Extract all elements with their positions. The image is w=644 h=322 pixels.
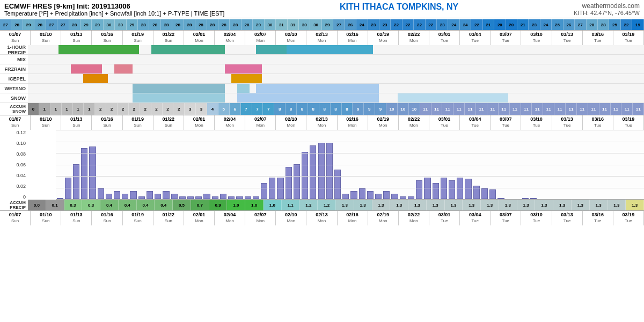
snow-label: SNOW xyxy=(0,96,28,101)
temp-cell: 29 xyxy=(92,19,103,30)
precip-bar xyxy=(367,191,374,199)
temp-cell: 27 xyxy=(46,19,57,30)
accum-snow-cell: 11 xyxy=(611,103,622,115)
precip-bar xyxy=(65,178,71,199)
date-cell: 01/13Sun xyxy=(61,115,92,130)
precip-bar xyxy=(522,198,529,199)
date-cell: 02/10Mon xyxy=(276,211,306,225)
date-cell: 03/19Tue xyxy=(613,211,644,225)
precip-bar xyxy=(416,180,422,199)
accum-snow-cell: 11 xyxy=(521,103,532,115)
date-cell: 01/19Sun xyxy=(123,115,153,130)
date-cell: 03/04Tue xyxy=(460,211,491,225)
accum-snow-cell: 11 xyxy=(577,103,588,115)
precip-bar xyxy=(433,183,439,199)
accum-snow-cell: 9 xyxy=(353,103,364,115)
precip-bar xyxy=(130,191,136,199)
accum-snow-cell: 2 xyxy=(106,103,118,115)
precip-bar xyxy=(342,194,349,199)
temp-cell: 27 xyxy=(57,19,69,30)
accum-snow-cell: 10 xyxy=(398,103,409,115)
header: ECMWF HRES [9-km] Init: 2019113006 Tempe… xyxy=(0,0,644,18)
header-right-block: weathermodels.com KITH: 42.47°N, -76.45°… xyxy=(574,2,640,16)
accum-precip-cell: 1.3 xyxy=(336,200,354,210)
date-cell: 03/16Tue xyxy=(583,211,613,225)
accum-precip-row: ACCUMPRECIP 0.00.10.30.30.40.40.40.40.50… xyxy=(0,200,644,210)
precip-bar xyxy=(114,191,120,199)
date-cell: 03/16Tue xyxy=(583,31,613,45)
accum-snow-cell: 8 xyxy=(331,103,342,115)
accum-precip-cell: 0.4 xyxy=(100,200,119,210)
accum-snow-label: ACCUMSNOW xyxy=(0,104,28,114)
temp-cell: 23 xyxy=(437,19,448,30)
temp-cell: 23 xyxy=(368,19,379,30)
temp-cell: 19 xyxy=(632,19,643,30)
date-cell: 03/04Tue xyxy=(460,31,491,45)
date-cell: 02/16Mon xyxy=(338,115,368,130)
temp-cell: 28 xyxy=(598,19,609,30)
precip-bar xyxy=(497,198,504,199)
precip-bar xyxy=(155,194,161,199)
precip-bar xyxy=(391,194,398,199)
accum-precip-cell: 0.5 xyxy=(173,200,191,210)
temp-cell: 27 xyxy=(0,19,11,30)
snow-bar xyxy=(28,93,644,103)
y-axis-label: 0.12 xyxy=(16,130,26,135)
precip-bar xyxy=(212,196,218,199)
precip-bar xyxy=(318,143,325,199)
accum-precip-cell: 0.4 xyxy=(155,200,173,210)
grid-line xyxy=(56,188,644,188)
accum-snow-cell: 2 xyxy=(151,103,163,115)
precip-bar xyxy=(236,196,243,199)
temp-cell: 22 xyxy=(621,19,632,30)
temp-cell: 25 xyxy=(609,19,620,30)
date-cell: 02/01Mon xyxy=(184,31,215,45)
date-cell: 02/10Mon xyxy=(276,115,306,130)
date-cell: 03/07Tue xyxy=(491,211,521,225)
accum-snow-cell: 11 xyxy=(453,103,465,115)
accum-precip-cell: 1.2 xyxy=(318,200,336,210)
date-cell: 03/10Tue xyxy=(521,115,552,130)
accum-snow-cell: 2 xyxy=(173,103,185,115)
precip-bar xyxy=(89,147,96,199)
precip-bar-chart: 1-HR PRECIP xyxy=(56,130,644,200)
precip-bar xyxy=(261,183,267,199)
accum-precip-cell: 0.3 xyxy=(64,200,83,210)
precip-bar xyxy=(187,196,194,199)
temp-cell: 21 xyxy=(483,19,494,30)
precip-bar xyxy=(228,196,235,199)
accum-snow-cell: 11 xyxy=(566,103,577,115)
accum-precip-cell: 1.0 xyxy=(227,200,245,210)
date-cell: 02/22Mon xyxy=(399,115,429,130)
accum-precip-cell: 1.3 xyxy=(408,200,427,210)
temp-cell: 28 xyxy=(195,19,207,30)
accum-precip-cell: 1.3 xyxy=(608,200,626,210)
precip-bar xyxy=(179,196,186,199)
accum-snow-cell: 10 xyxy=(409,103,420,115)
accum-snow-cell: 3 xyxy=(196,103,207,115)
temp-cell: 21 xyxy=(517,19,529,30)
accum-snow-cell: 1 xyxy=(39,103,50,115)
precip-bar xyxy=(57,198,63,199)
accum-precip-cell: 0.3 xyxy=(82,200,100,210)
wetsno-row: WETSNO xyxy=(0,84,644,93)
date-cell: 03/07Tue xyxy=(491,115,521,130)
frzrain-bar xyxy=(28,64,644,74)
temp-cell: 25 xyxy=(552,19,563,30)
wetsno-bar xyxy=(28,84,644,93)
date-cell: 02/07Mon xyxy=(245,211,276,225)
precip-bar xyxy=(359,188,365,199)
mid-date-axis: 01/07Sun01/10Sun01/13Sun01/16Sun01/19Sun… xyxy=(0,115,644,130)
accum-snow-cell: 8 xyxy=(286,103,297,115)
date-cell: 02/07Mon xyxy=(245,115,276,130)
date-cell: 03/04Tue xyxy=(460,115,491,130)
accum-snow-cell: 11 xyxy=(420,103,431,115)
accum-precip-cell: 1.3 xyxy=(354,200,372,210)
temp-cell: 29 xyxy=(23,19,34,30)
accum-snow-cell: 11 xyxy=(554,103,566,115)
temp-cell: 28 xyxy=(587,19,598,30)
temp-cell: 28 xyxy=(218,19,230,30)
temp-cell: 22 xyxy=(402,19,414,30)
precip-bar xyxy=(294,164,300,199)
precip-bar xyxy=(302,152,308,199)
